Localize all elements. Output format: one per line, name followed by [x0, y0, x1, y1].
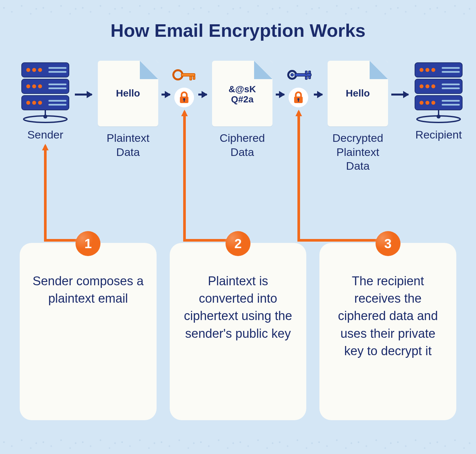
svg-rect-31 — [305, 71, 307, 74]
sender-label: Sender — [20, 128, 71, 142]
svg-point-42 — [425, 68, 429, 72]
decrypted-content: Hello — [328, 88, 388, 98]
svg-rect-23 — [190, 76, 192, 80]
step-text: The recipient receives the ciphered data… — [331, 272, 445, 360]
svg-point-44 — [420, 84, 423, 88]
svg-point-6 — [26, 84, 30, 88]
svg-point-48 — [425, 101, 429, 105]
recipient-label: Recipient — [413, 128, 464, 142]
ciphered-content: &@sK Q#2a — [212, 84, 272, 105]
svg-rect-33 — [305, 76, 307, 79]
svg-point-49 — [431, 101, 435, 105]
svg-rect-32 — [309, 71, 311, 74]
svg-point-9 — [26, 101, 30, 105]
svg-point-5 — [38, 68, 42, 72]
arrow-icon — [391, 94, 408, 96]
step-badge: 1 — [76, 231, 100, 256]
key-icon — [286, 67, 314, 83]
steps-row: 1 Sender composes a plaintext email 2 Pl… — [20, 243, 456, 420]
arrow-icon — [75, 94, 92, 96]
svg-point-3 — [26, 68, 30, 72]
svg-point-29 — [291, 74, 293, 76]
step-card-2: 2 Plaintext is converted into ciphertext… — [170, 243, 307, 420]
svg-point-4 — [32, 68, 36, 72]
svg-point-46 — [431, 84, 435, 88]
plaintext-content: Hello — [98, 88, 158, 98]
server-icon — [20, 61, 71, 123]
svg-rect-37 — [298, 99, 299, 102]
svg-point-45 — [425, 84, 429, 88]
callout-connector — [183, 112, 243, 242]
svg-point-11 — [38, 101, 42, 105]
diagram-title: How Email Encryption Works — [0, 20, 476, 41]
svg-point-43 — [431, 68, 435, 72]
document-icon: Hello — [98, 61, 158, 126]
svg-point-58 — [437, 115, 441, 119]
arrow-icon — [198, 94, 207, 96]
server-icon — [413, 61, 464, 123]
arrow-icon — [276, 94, 284, 96]
encrypt-station — [171, 67, 197, 107]
svg-rect-27 — [184, 99, 185, 102]
callout-connector — [44, 146, 94, 242]
lock-icon — [289, 88, 308, 107]
arrow-icon — [314, 94, 322, 96]
step-badge: 3 — [376, 231, 400, 256]
svg-point-20 — [43, 115, 47, 119]
lock-icon — [174, 88, 194, 107]
svg-rect-30 — [295, 74, 311, 76]
svg-rect-24 — [193, 76, 195, 79]
arrow-icon — [162, 94, 170, 96]
svg-point-41 — [420, 68, 423, 72]
plaintext-node: Hello Plaintext Data — [98, 61, 158, 159]
sender-node: Sender — [20, 61, 71, 142]
recipient-node: Recipient — [413, 61, 464, 142]
step-badge: 2 — [226, 231, 250, 256]
key-icon — [171, 67, 197, 83]
svg-rect-34 — [309, 76, 311, 79]
step-card-1: 1 Sender composes a plaintext email — [20, 243, 157, 420]
step-text: Sender composes a plaintext email — [31, 272, 145, 307]
svg-point-8 — [38, 84, 42, 88]
decrypt-station — [286, 67, 311, 107]
svg-point-47 — [420, 101, 423, 105]
step-text: Plaintext is converted into ciphertext u… — [181, 272, 295, 342]
svg-rect-22 — [181, 74, 195, 76]
svg-point-10 — [32, 101, 36, 105]
plaintext-label: Plaintext Data — [98, 131, 158, 159]
callout-connector — [297, 112, 391, 242]
svg-point-7 — [32, 84, 36, 88]
step-card-3: 3 The recipient receives the ciphered da… — [319, 243, 456, 420]
